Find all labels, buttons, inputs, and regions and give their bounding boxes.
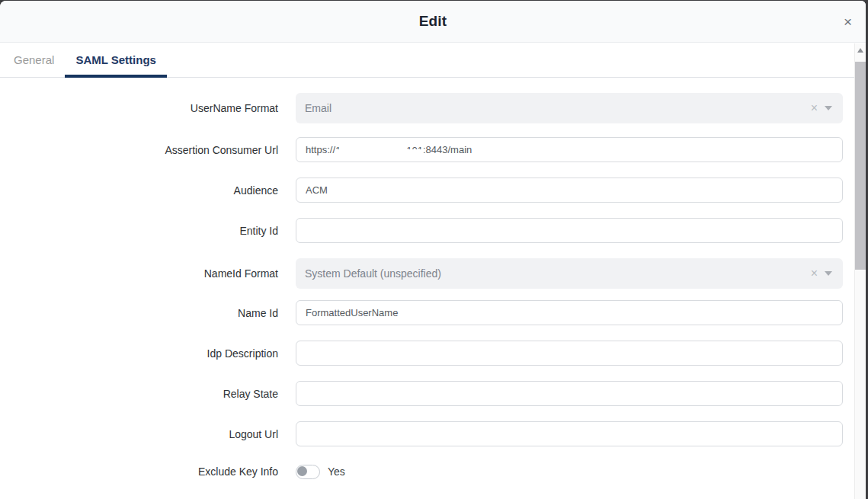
relay-state-row: Relay State xyxy=(0,381,843,406)
exclude-key-info-toggle[interactable] xyxy=(296,465,320,479)
name-id-input[interactable] xyxy=(296,300,843,325)
audience-label: Audience xyxy=(0,184,296,197)
nameid-format-label: NameId Format xyxy=(0,267,296,280)
relay-state-input[interactable] xyxy=(296,381,843,406)
saml-settings-form: UserName Format Email × Assertion Consum… xyxy=(0,78,866,481)
exclude-key-info-label: Exclude Key Info xyxy=(0,465,296,478)
username-format-row: UserName Format Email × xyxy=(0,93,843,123)
idp-description-row: Idp Description xyxy=(0,341,843,366)
username-format-select: Email × xyxy=(296,93,843,123)
url-redacted-fragment: 1 xyxy=(335,146,341,149)
relay-state-label: Relay State xyxy=(0,388,296,400)
url-redacted-fragment: 101 xyxy=(406,146,423,149)
edit-dialog: Edit × General SAML Settings UserName Fo… xyxy=(0,1,866,499)
clear-icon: × xyxy=(811,102,818,114)
logout-url-row: Logout Url xyxy=(0,421,843,446)
exclude-key-info-state: Yes xyxy=(328,465,345,478)
page-title: Edit xyxy=(419,13,447,30)
logout-url-label: Logout Url xyxy=(0,428,296,440)
audience-row: Audience xyxy=(0,178,843,203)
username-format-label: UserName Format xyxy=(0,102,296,114)
nameid-format-select: System Default (unspecified) × xyxy=(296,258,843,289)
username-format-value: Email xyxy=(305,102,332,114)
entity-id-row: Entity Id xyxy=(0,218,843,243)
audience-input[interactable] xyxy=(296,178,843,203)
entity-id-label: Entity Id xyxy=(0,225,296,237)
exclude-key-info-row: Exclude Key Info Yes xyxy=(0,462,843,481)
tab-general[interactable]: General xyxy=(3,43,65,77)
entity-id-input[interactable] xyxy=(296,218,843,243)
idp-description-label: Idp Description xyxy=(0,347,296,360)
dialog-header: Edit × xyxy=(0,1,866,43)
url-suffix: :8443/main xyxy=(423,144,472,155)
logout-url-input[interactable] xyxy=(296,421,843,446)
toggle-knob xyxy=(297,466,307,476)
idp-description-input[interactable] xyxy=(296,341,843,366)
clear-icon: × xyxy=(811,267,818,280)
scrollbar-up-icon[interactable] xyxy=(857,48,863,53)
assertion-consumer-url-row: Assertion Consumer Url https://1101:8443… xyxy=(0,137,843,162)
assertion-consumer-url-input[interactable]: https://1101:8443/main xyxy=(296,137,843,162)
name-id-label: Name Id xyxy=(0,307,296,319)
nameid-format-value: System Default (unspecified) xyxy=(305,267,441,280)
assertion-consumer-url-label: Assertion Consumer Url xyxy=(0,144,296,156)
url-prefix: https:// xyxy=(306,144,335,155)
tab-bar: General SAML Settings xyxy=(0,43,866,78)
chevron-down-icon xyxy=(825,271,832,276)
close-icon[interactable]: × xyxy=(841,13,855,30)
tab-saml-settings[interactable]: SAML Settings xyxy=(65,43,167,77)
name-id-row: Name Id xyxy=(0,300,843,325)
nameid-format-row: NameId Format System Default (unspecifie… xyxy=(0,258,843,289)
chevron-down-icon xyxy=(825,106,832,110)
scrollbar-thumb[interactable] xyxy=(855,62,866,270)
scrollbar[interactable] xyxy=(854,43,866,499)
